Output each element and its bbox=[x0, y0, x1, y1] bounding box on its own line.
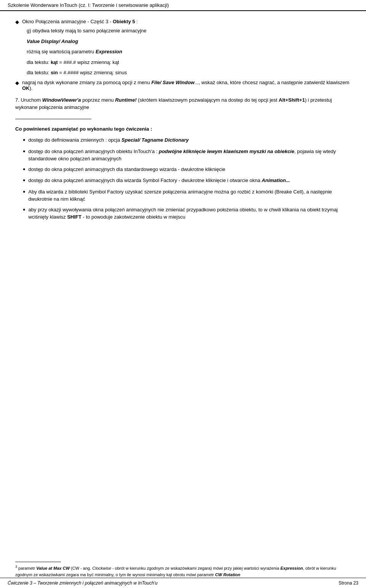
alt-shift-text: Alt+Shift+1 bbox=[279, 97, 305, 103]
ok-text: OK bbox=[22, 85, 30, 91]
expression-footnote: Expression bbox=[280, 566, 303, 570]
bullet-text-5: Aby dla wizarda z biblioteki Symbol Fact… bbox=[28, 188, 351, 203]
bullet-text-3: dostęp do okna połączeń animacyjnych dla… bbox=[28, 166, 351, 174]
diamond-icon-2: ◆ bbox=[15, 80, 19, 91]
bullet-item-6: • aby przy okazji wywoływania okna połąc… bbox=[23, 206, 351, 221]
diamond-bullet-2-text: nagraj na dysk wykonane zmiany za pomocą… bbox=[22, 80, 351, 91]
page-wrapper: Szkolenie Wonderware InTouch (cz. I: Two… bbox=[0, 0, 366, 588]
windowviewer-text: WindowViewer'a bbox=[42, 97, 81, 103]
bullet-item-1: • dostęp do definiowania zmiennych : opc… bbox=[23, 136, 351, 145]
bullet-dot-3: • bbox=[23, 166, 25, 174]
bullet-text-6: aby przy okazji wywoływania okna połącze… bbox=[28, 206, 351, 221]
diamond-icon-1: ◆ bbox=[15, 19, 19, 25]
bullet-item-2: • dostęp do okna połączeń animacyjnych o… bbox=[23, 148, 351, 163]
bullet-text-2: dostęp do okna połączeń animacyjnych obi… bbox=[28, 148, 351, 163]
header-title: Szkolenie Wonderware InTouch (cz. I: Two… bbox=[8, 2, 169, 8]
bullet-dot-1: • bbox=[23, 136, 25, 145]
clockwise-text: Clockwise bbox=[92, 566, 111, 570]
bullet-text-4: dostęp do okna połączeń animacyjnych dla… bbox=[28, 177, 351, 185]
cw-rotation-text: CW Rotation bbox=[215, 572, 240, 577]
special-tagname: Special/ Tagname Dictionary bbox=[122, 137, 189, 143]
main-content: ◆ Okno Połączenia animacyjne - Część 3 -… bbox=[0, 11, 366, 558]
shift-text: SHIFT bbox=[67, 214, 82, 220]
sin-text: sin bbox=[51, 70, 58, 75]
runtime-text: Runtime! bbox=[115, 97, 136, 103]
footnote-separator bbox=[15, 562, 61, 562]
expression-text: Expression bbox=[96, 49, 122, 54]
footer-left-text: Ćwiczenie 3 – Tworzenie zmiennych i połą… bbox=[8, 580, 157, 586]
bullet-dot-5: • bbox=[23, 188, 25, 203]
para-kat: dla tekstu: kąt = ###.# wpisz zmienną: k… bbox=[27, 59, 351, 66]
para-sin: dla tekstu: sin = #.#### wpisz zmienną: … bbox=[27, 69, 351, 77]
indent-block: g) obydwa teksty mają to samo połączenie… bbox=[27, 27, 351, 77]
separator-line bbox=[15, 119, 92, 119]
page-header: Szkolenie Wonderware InTouch (cz. I: Two… bbox=[0, 0, 366, 11]
bullet-text-1: dostęp do definiowania zmiennych : opcja… bbox=[28, 136, 351, 145]
page-footer: Ćwiczenie 3 – Tworzenie zmiennych i połą… bbox=[0, 578, 366, 588]
bullet-item-4: • dostęp do okna połączeń animacyjnych d… bbox=[23, 177, 351, 185]
footnote-superscript: 3 bbox=[15, 565, 17, 569]
kat-text: kąt bbox=[51, 59, 58, 65]
bullet-list: • dostęp do definiowania zmiennych : opc… bbox=[23, 136, 351, 221]
bullet-item-3: • dostęp do okna połączeń animacyjnych d… bbox=[23, 166, 351, 174]
bullet-item-5: • Aby dla wizarda z biblioteki Symbol Fa… bbox=[23, 188, 351, 203]
para-roznia: różnią się wartością parametru Expressio… bbox=[27, 48, 351, 56]
para-g: g) obydwa teksty mają to samo połączenie… bbox=[27, 27, 351, 35]
bullet-dot-6: • bbox=[23, 206, 25, 221]
bold-obiekty: Obiekty 5 bbox=[113, 19, 135, 24]
section-heading: Co powinieneś zapamiętać po wykonaniu te… bbox=[15, 125, 351, 133]
para-value-display: Value Display/ Analog bbox=[27, 38, 351, 45]
diamond-bullet-2: ◆ nagraj na dysk wykonane zmiany za pomo… bbox=[15, 80, 351, 91]
file-save-text: File/ Save Window bbox=[151, 80, 194, 85]
animation-text: Animation... bbox=[262, 177, 290, 183]
footer-right-text: Strona 23 bbox=[339, 580, 358, 586]
section-7: 7. Uruchom WindowViewer'a poprzez menu R… bbox=[15, 96, 351, 111]
value-display-text: Value Display/ Analog bbox=[27, 38, 78, 44]
bullet-dot-4: • bbox=[23, 177, 25, 185]
value-at-max-cw: Value at Max CW bbox=[36, 566, 70, 570]
diamond-bullet-1: ◆ Okno Połączenia animacyjne - Część 3 -… bbox=[15, 19, 351, 25]
bullet-dot-2: • bbox=[23, 148, 25, 163]
diamond-bullet-1-text: Okno Połączenia animacyjne - Część 3 - O… bbox=[22, 19, 351, 25]
podwojne-klikniecie: podwójne kliknięcie lewym klawiszem mysz… bbox=[159, 149, 294, 154]
footnote-text: 3 parametr Value at Max CW (CW - ang. Cl… bbox=[15, 564, 351, 578]
footnote-area: 3 parametr Value at Max CW (CW - ang. Cl… bbox=[0, 562, 366, 578]
